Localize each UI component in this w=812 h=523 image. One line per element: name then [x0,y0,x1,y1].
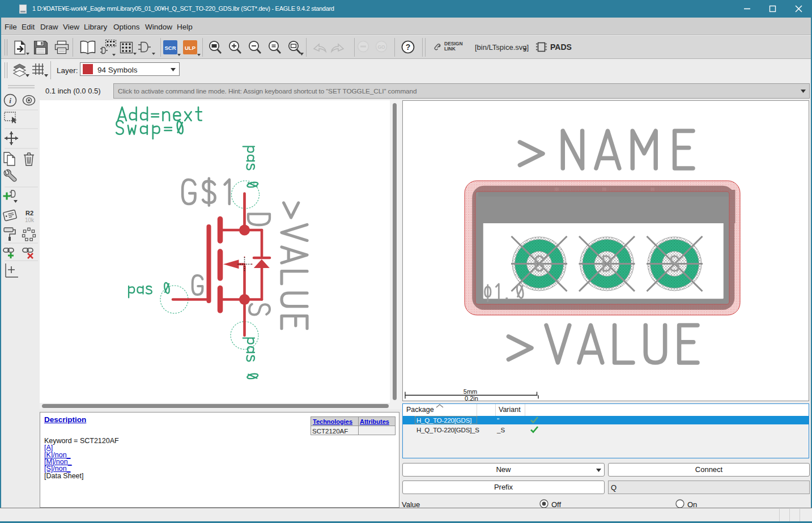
svg-text:?: ? [406,42,411,52]
svg-text:ULP: ULP [185,45,196,51]
svg-text:i: i [9,96,11,105]
svg-text:10k: 10k [25,217,35,223]
svg-text:R2: R2 [25,210,33,216]
svg-text:0.2in: 0.2in [465,395,478,401]
svg-text:SCR: SCR [164,45,176,51]
svg-text:5mm: 5mm [464,388,477,395]
svg-text:GO: GO [377,44,385,50]
